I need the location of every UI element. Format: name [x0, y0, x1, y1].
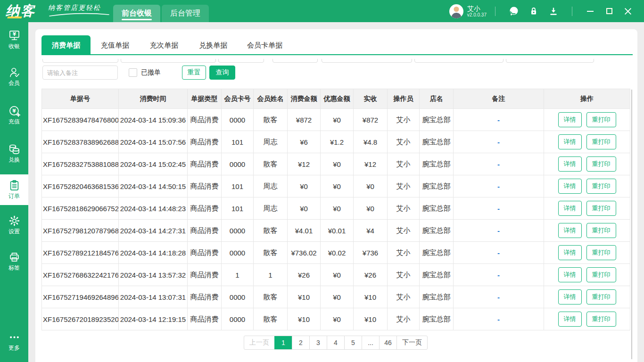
page-button[interactable]: 1: [274, 336, 292, 349]
detail-button[interactable]: 详情: [558, 134, 582, 149]
table-row: XF167527686322421762024-03-14 13:57:32商品…: [42, 264, 630, 286]
cell-order_no: XF16752672018923520: [42, 308, 119, 330]
note-value: -: [497, 138, 500, 146]
cell-operator: 艾小: [388, 153, 420, 175]
detail-button[interactable]: 详情: [558, 245, 582, 260]
close-button[interactable]: [623, 7, 633, 16]
detail-button[interactable]: 详情: [558, 112, 582, 127]
table-row: XF167528327538810882024-03-14 15:02:45商品…: [42, 153, 630, 175]
detail-button[interactable]: 详情: [558, 312, 582, 327]
tab-兑换单据[interactable]: 兑换单据: [189, 35, 238, 55]
support-icon[interactable]: [508, 6, 520, 17]
search-button[interactable]: 查询: [209, 66, 235, 80]
cell-card_no: 1: [222, 264, 254, 286]
detail-button[interactable]: 详情: [558, 179, 582, 194]
cell-note: -: [454, 286, 544, 308]
tab-充次单据[interactable]: 充次单据: [140, 35, 189, 55]
cell-paid: ¥4.8: [354, 131, 388, 153]
sidebar-item-订单[interactable]: 订单: [0, 174, 28, 205]
page-button[interactable]: 4: [327, 336, 344, 349]
minimize-button[interactable]: [586, 7, 595, 16]
cell-card_no: 0000: [222, 153, 254, 175]
tab-label: 兑换单据: [199, 41, 227, 50]
table-scrollbar[interactable]: [631, 90, 632, 359]
sidebar-item-会员[interactable]: 会员: [0, 66, 28, 87]
cell-discount: ¥0: [321, 153, 354, 175]
reprint-button[interactable]: 重打印: [586, 201, 616, 216]
cell-note: -: [454, 109, 544, 131]
sidebar-item-更多[interactable]: 更多: [0, 331, 28, 352]
reprint-button[interactable]: 重打印: [586, 134, 616, 149]
sidebar-item-label: 收银: [0, 42, 28, 50]
sidebar-item-label: 标签: [0, 264, 28, 272]
note-search-input[interactable]: [42, 66, 118, 80]
cell-operator: 艾小: [388, 131, 420, 153]
table-header-row: 单据号消费时间单据类型会员卡号会员姓名消费金额优惠金额实收操作员店名备注操作: [42, 89, 630, 109]
cell-store: 腕宝总部: [420, 308, 454, 330]
detail-button[interactable]: 详情: [558, 289, 582, 304]
sidebar-item-充值[interactable]: ¥充值: [0, 105, 28, 126]
reprint-button[interactable]: 重打印: [586, 156, 616, 172]
clipped-filter-input[interactable]: [218, 59, 264, 63]
page-button[interactable]: 2: [292, 336, 309, 349]
reset-button[interactable]: 重置: [182, 66, 206, 80]
clipped-filter-input[interactable]: [322, 59, 412, 63]
note-value: -: [497, 205, 500, 213]
header-separator: [495, 7, 495, 16]
cell-member: 散客: [254, 109, 288, 131]
reprint-button[interactable]: 重打印: [586, 312, 616, 327]
cell-amount: ¥26: [288, 264, 321, 286]
table-row: XF167528204636815362024-03-14 14:50:15商品…: [42, 175, 630, 197]
cell-order_no: XF16752768632242176: [42, 264, 119, 286]
voided-checkbox[interactable]: [129, 68, 137, 77]
reprint-button[interactable]: 重打印: [586, 289, 616, 304]
detail-button[interactable]: 详情: [558, 201, 582, 216]
header-tab[interactable]: 后台管理: [162, 5, 209, 22]
page-ellipsis[interactable]: ...: [362, 336, 379, 349]
header-tab[interactable]: 前台收银: [113, 5, 160, 22]
avatar[interactable]: [449, 4, 463, 18]
reprint-button[interactable]: 重打印: [586, 245, 616, 260]
maximize-button[interactable]: [604, 7, 614, 16]
download-icon[interactable]: [548, 6, 559, 17]
sidebar-item-收银[interactable]: ¥收银: [0, 29, 28, 50]
cell-note: -: [454, 131, 544, 153]
cell-time: 2024-03-14 13:07:31: [119, 286, 188, 308]
reprint-button[interactable]: 重打印: [586, 112, 616, 127]
note-value: -: [497, 116, 500, 124]
detail-button[interactable]: 详情: [558, 267, 582, 282]
sidebar-item-设置[interactable]: 设置: [0, 214, 28, 236]
note-value: -: [497, 160, 500, 168]
lock-icon[interactable]: [528, 6, 539, 17]
sidebar-item-标签[interactable]: 标签: [0, 251, 28, 272]
cell-time: 2024-03-14 14:48:23: [119, 197, 188, 220]
clipped-filter-input[interactable]: [506, 59, 594, 63]
clipped-filter-input[interactable]: [121, 59, 216, 63]
cell-operator: 艾小: [388, 264, 420, 286]
reprint-button[interactable]: 重打印: [586, 223, 616, 238]
cell-order_no: XF16752818629066752: [42, 197, 119, 220]
prev-page-button[interactable]: 上一页: [244, 336, 274, 349]
cell-note: -: [454, 308, 544, 330]
header-tab-label: 后台管理: [170, 8, 200, 18]
clipped-filter-input[interactable]: [42, 59, 118, 63]
tab-会员卡单据[interactable]: 会员卡单据: [238, 35, 292, 55]
cell-actions: 详情重打印: [544, 308, 630, 330]
next-page-button[interactable]: 下一页: [396, 336, 427, 349]
detail-button[interactable]: 详情: [558, 223, 582, 238]
cell-paid: ¥736: [354, 242, 388, 264]
tab-充值单据[interactable]: 充值单据: [91, 35, 140, 55]
app-version: v2.0.0.37: [467, 12, 487, 18]
sidebar-item-兑换[interactable]: 兑换: [0, 143, 28, 164]
page-button[interactable]: 5: [344, 336, 362, 349]
clipped-filter-input[interactable]: [272, 59, 318, 63]
clipped-filter-input[interactable]: [414, 59, 504, 63]
detail-button[interactable]: 详情: [558, 156, 582, 172]
reprint-button[interactable]: 重打印: [586, 267, 616, 282]
reprint-button[interactable]: 重打印: [586, 179, 616, 194]
note-value: -: [497, 293, 500, 301]
page-button[interactable]: 46: [379, 336, 396, 349]
exchange-icon: [0, 143, 28, 156]
tab-消费单据[interactable]: 消费单据: [41, 35, 91, 55]
page-button[interactable]: 3: [309, 336, 327, 349]
